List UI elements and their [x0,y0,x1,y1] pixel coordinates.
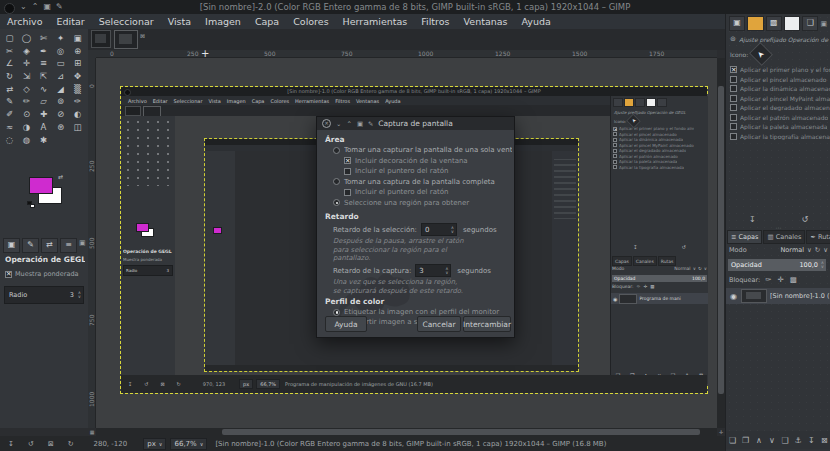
preset-item-checkbox[interactable] [730,104,737,111]
seamless-clone-tool[interactable]: ◍ [18,134,35,147]
preset-item[interactable]: Aplicar el pincel MyPaint almacenado [726,94,830,104]
image-tab-1[interactable] [91,30,111,48]
preset-item[interactable]: Aplicar el degradado almacenado [726,103,830,113]
tab-capas[interactable]: ≡Capas [727,230,762,244]
radius-slider[interactable]: Radio 3 ∧∨ [4,286,84,304]
option-include-pointer-2[interactable]: Incluir el puntero del ratón [344,188,448,196]
new-group-icon[interactable]: ❐ [740,436,752,445]
space-chevron-icon[interactable]: ∨ [823,246,828,254]
clone-tool[interactable]: ⊙ [18,108,35,121]
move-tool[interactable]: ✛ [18,57,35,70]
dialog-title-bar[interactable]: ✕ ⌄ ⌃ ▣ ✎ Captura de pantalla [317,117,514,130]
menu-item[interactable]: Herramientas [336,14,415,29]
select-region-radio[interactable] [333,199,340,206]
heal-tool[interactable]: ✚ [35,108,52,121]
flip-tool[interactable]: ⇄ [1,83,18,96]
rectangle-select-tool[interactable]: ▢ [1,32,18,45]
smudge-tool[interactable]: ≈ [1,121,18,134]
menu-item[interactable]: Filtros [414,14,456,29]
help-button[interactable]: Ayuda [325,316,367,332]
preset-item[interactable]: Aplicar el primer plano y el fondo alm [726,65,830,75]
rotate-tool[interactable]: ↻ [1,70,18,83]
restore-options-icon[interactable]: ↺ [28,440,34,448]
full-screen-radio[interactable] [333,178,340,185]
option-full-screen[interactable]: Tomar una captura de la pantalla complet… [333,178,495,186]
filters-tool[interactable]: ✱ [35,134,52,147]
color-picker-tool[interactable]: ◎ [52,45,69,58]
swap-colors-icon[interactable]: ⇄ [58,173,63,180]
gradient-tool[interactable]: ▒ [69,83,86,96]
merge-layer-icon[interactable]: ↧ [805,436,817,445]
single-window-radio[interactable] [333,147,340,154]
anchor-layer-icon[interactable]: ⚓ [792,436,804,445]
paths-tool[interactable]: ✒ [35,45,52,58]
lock-alpha-icon[interactable]: ▩ [790,275,797,284]
menu-item[interactable]: Ayuda [515,14,558,29]
images-tab[interactable]: ≡ [60,238,77,253]
handle-transform-tool[interactable]: ✥ [69,70,86,83]
vertical-scrollbar[interactable] [717,58,725,428]
align-tool[interactable]: ≡ [35,57,52,70]
scissors-select-tool[interactable]: ✂ [1,45,18,58]
option-single-window[interactable]: Tomar una capturar la pantalla de una so… [333,146,512,154]
airbrush-tool[interactable]: ⊚ [52,95,69,108]
perspective-tool[interactable]: ⊿ [52,70,69,83]
option-include-decoration[interactable]: Incluir decoración de la ventana [344,157,468,165]
quickmask-toggle[interactable]: ▦ [88,428,96,436]
menu-item[interactable]: Ventanas [457,14,515,29]
preset-item[interactable]: Aplicar la tipografía almacenada [726,132,830,142]
preset-item[interactable]: Aplicar el pincel almacenado [726,75,830,85]
menu-item[interactable]: Capa [248,14,286,29]
shear-tool[interactable]: ⇱ [35,70,52,83]
horizontal-scrollbar[interactable] [96,428,717,436]
pencil-tool[interactable]: ✎ [1,95,18,108]
crop-tool[interactable]: ▭ [52,57,69,70]
menu-item[interactable]: Editar [50,14,92,29]
zoom-tool[interactable]: ⊕ [69,45,86,58]
delete-layer-icon[interactable]: ⊠ [818,436,830,445]
scale-tool[interactable]: ⇲ [18,70,35,83]
dock-menu-icon[interactable]: ▣ [79,239,86,247]
3d-transform-tool[interactable]: ◫ [69,121,86,134]
tab-canales[interactable]: ▥Canales [763,230,805,244]
free-select-tool[interactable]: ✄ [35,32,52,45]
tab-rutas[interactable]: ✒Rutas [806,230,830,244]
opacity-slider[interactable]: Opacidad 100,0 ∧∨ [728,259,826,271]
eraser-tool[interactable]: ▱ [35,95,52,108]
lock-paint-icon[interactable]: ✑ [765,275,771,284]
warp-transform-tool[interactable]: ∿ [35,83,52,96]
unit-select[interactable]: px∨ [143,438,166,450]
title-bar[interactable]: ⌄ ⌃ ▣ ✎ [Sin nombre]-2.0 (Color RGB Ente… [0,0,830,14]
pointer-checkbox-1[interactable] [344,168,351,175]
weighted-sample-row[interactable]: Muestra ponderada [5,270,79,278]
mode-switch-icon[interactable]: ↻ [815,246,820,254]
layer-name[interactable]: [Sin nombre]-1.0 ( [770,292,830,300]
select-by-color-tool[interactable]: ▣ [69,32,86,45]
menu-item[interactable]: Vista [161,14,198,29]
brushes-tab[interactable]: ▩ [766,16,782,31]
foreground-select-tool[interactable]: ◈ [18,45,35,58]
patterns-tab[interactable] [784,16,800,31]
preset-item[interactable]: Aplicar la dinámica almacenada [726,84,830,94]
tool-options-tab[interactable]: ▣ [3,238,20,253]
tool-presets-tab[interactable]: ▣ [729,16,745,31]
option-select-region[interactable]: Seleccione una región para obtener [333,199,469,207]
preset-item-checkbox[interactable] [730,66,737,73]
save-preset-icon[interactable]: ↧ [749,215,756,224]
preset-icon-button[interactable]: ➤ [749,42,773,66]
n-point-deformation-tool[interactable]: ◌ [1,134,18,147]
preset-item-checkbox[interactable] [730,85,737,92]
image-tab-2[interactable] [114,30,138,49]
selection-delay-spinbox[interactable]: 0 ∧∨ [421,223,457,236]
device-status-tab[interactable]: ✎ [22,238,39,253]
menu-item[interactable]: Seleccionar [92,14,161,29]
pointer-checkbox-2[interactable] [344,189,351,196]
decoration-checkbox[interactable] [344,157,351,164]
cancel-button[interactable]: Cancelar [417,316,461,332]
weighted-sample-checkbox[interactable] [5,271,12,278]
blur-sharpen-tool[interactable]: ◐ [69,108,86,121]
tag-profile-radio[interactable] [333,309,340,316]
fuzzy-select-tool[interactable]: ✦ [52,32,69,45]
fonts-tab[interactable]: ❑ [802,16,818,31]
menu-item[interactable]: Archivo [0,14,50,29]
